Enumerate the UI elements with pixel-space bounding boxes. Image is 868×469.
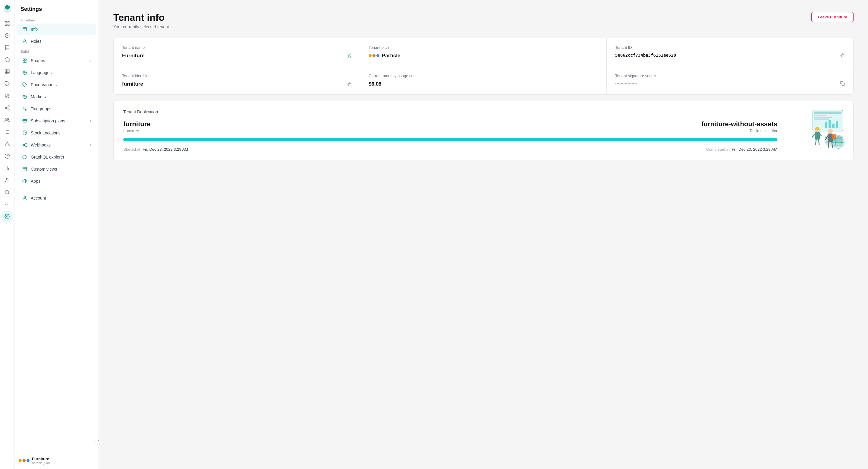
tenant-identifier-value: furniture	[122, 81, 143, 87]
duplication-source-label: Furniture	[123, 129, 150, 133]
nav-item-stock-locations[interactable]: Stock Locations	[17, 127, 96, 139]
nav-icon-analytics[interactable]	[2, 30, 13, 41]
nav-item-languages-label: Languages	[31, 70, 91, 75]
copy-secret-icon[interactable]	[840, 81, 845, 86]
nav-item-languages[interactable]: Languages	[17, 67, 96, 79]
svg-line-33	[8, 193, 9, 194]
nav-item-graphql[interactable]: GraphQL explorer	[17, 151, 96, 163]
nav-icon-settings[interactable]	[2, 211, 13, 222]
nav-icon-dashboard[interactable]	[2, 18, 13, 29]
svg-rect-1	[7, 22, 9, 23]
main-content: Tenant info Your currently selected tena…	[99, 0, 868, 469]
collapse-sidebar-button[interactable]: ‹	[94, 436, 99, 445]
svg-point-49	[25, 110, 26, 110]
nav-item-stock-locations-label: Stock Locations	[31, 130, 91, 135]
nav-icon-search[interactable]	[2, 187, 13, 198]
svg-rect-61	[814, 115, 827, 116]
svg-point-16	[5, 107, 7, 109]
app-logo[interactable]	[2, 4, 13, 14]
nav-item-tax-groups[interactable]: Tax groups	[17, 103, 96, 115]
nav-item-info-label: Info	[31, 27, 91, 32]
svg-point-77	[828, 129, 833, 133]
shapes-arrow: ›	[90, 59, 91, 63]
leave-furniture-button[interactable]: Leave Furniture	[811, 12, 854, 22]
copy-identifier-icon[interactable]	[347, 82, 351, 87]
sidebar-footer: Furniture particle plan	[14, 452, 98, 469]
info-icon	[22, 26, 28, 32]
nav-icon-chart[interactable]	[2, 163, 13, 174]
duplication-title: Tenant Duplication	[123, 110, 844, 114]
tenant-id-card: Tenant ID 5e662ccf734ba3f6151ee528	[607, 38, 853, 66]
nav-icon-az[interactable]: Az	[2, 199, 13, 210]
tenant-usage-value-row: $6.08	[369, 81, 598, 87]
nav-item-webhooks-label: Webhooks	[31, 143, 87, 147]
nav-icon-tag[interactable]	[2, 79, 13, 89]
svg-point-15	[8, 106, 9, 107]
nav-item-markets-label: Markets	[31, 94, 91, 99]
nav-item-webhooks[interactable]: Webhooks ›	[17, 139, 96, 151]
svg-rect-66	[832, 124, 835, 128]
nav-icon-people[interactable]	[2, 115, 13, 125]
started-label: Started at	[123, 147, 140, 152]
nav-item-account-label: Account	[31, 196, 91, 200]
nav-item-apps[interactable]: Apps	[17, 176, 96, 187]
nav-icon-catalog[interactable]	[2, 42, 13, 53]
nav-icon-triangle[interactable]	[2, 139, 13, 150]
nav-icon-pie[interactable]	[2, 151, 13, 162]
subscription-plans-arrow: ›	[90, 119, 91, 123]
tenant-secret-label: Tenant signature secret	[615, 73, 845, 78]
footer-avatar	[19, 456, 29, 465]
svg-point-31	[6, 178, 8, 180]
nav-item-account[interactable]: Account	[17, 192, 96, 204]
nav-item-subscription-plans[interactable]: Subscription plans ›	[17, 115, 96, 127]
svg-rect-72	[815, 132, 820, 139]
svg-rect-40	[23, 59, 24, 60]
tenant-name-label: Tenant name	[122, 45, 351, 50]
webhooks-icon	[22, 142, 28, 148]
duplication-card: Tenant Duplication furniture Furniture f…	[113, 101, 854, 160]
duplication-source: furniture Furniture	[123, 120, 150, 133]
copy-tenant-id-icon[interactable]	[840, 53, 844, 58]
nav-item-price-variants[interactable]: Price Variants	[17, 79, 96, 90]
roles-arrow: ›	[90, 39, 91, 43]
tenant-name-value: Furniture	[122, 53, 145, 59]
duplication-target: furniture-without-assets Desired Identif…	[701, 120, 777, 133]
nav-item-custom-views[interactable]: Custom views	[17, 163, 96, 175]
custom-views-icon	[22, 166, 28, 172]
nav-item-shapes[interactable]: Shapes ›	[17, 55, 96, 66]
nav-icon-user[interactable]	[2, 175, 13, 186]
nav-item-info[interactable]: Info	[17, 24, 96, 35]
nav-icon-target[interactable]	[2, 90, 13, 101]
svg-line-47	[23, 107, 26, 110]
tenant-identifier-card: Tenant identifier furniture	[114, 66, 360, 94]
nav-item-graphql-label: GraphQL explorer	[31, 155, 91, 159]
tenant-id-label: Tenant ID	[615, 45, 844, 50]
nav-item-roles[interactable]: Roles ›	[17, 36, 96, 47]
tenant-info-cards: Tenant name Furniture Tenant plan Partic…	[113, 38, 854, 95]
tenant-usage-label: Current monthly usage cost	[369, 73, 598, 78]
price-variants-icon	[22, 82, 28, 88]
nav-item-custom-views-label: Custom views	[31, 167, 91, 171]
nav-item-markets[interactable]: Markets	[17, 91, 96, 102]
tenant-usage-card: Current monthly usage cost $6.08	[360, 66, 607, 94]
nav-icon-grid[interactable]	[2, 66, 13, 77]
nav-item-price-variants-label: Price Variants	[31, 82, 91, 87]
footer-name: Furniture	[32, 457, 50, 461]
edit-tenant-name-icon[interactable]	[347, 53, 351, 58]
svg-line-76	[818, 139, 819, 145]
svg-rect-0	[5, 22, 7, 23]
duplication-started: Started at Fri, Dec 23, 2022 3:29 AM	[123, 147, 188, 152]
page-header-text: Tenant info Your currently selected tena…	[113, 12, 169, 29]
svg-rect-50	[23, 119, 27, 122]
nav-icon-products[interactable]	[2, 54, 13, 65]
svg-point-55	[24, 196, 25, 198]
completed-label: Completed at	[706, 147, 730, 152]
page-subtitle: Your currently selected tenant	[113, 24, 169, 29]
nav-icon-list[interactable]	[2, 127, 13, 137]
nav-icon-share[interactable]	[2, 102, 13, 113]
duplication-names: furniture Furniture furniture-without-as…	[123, 120, 844, 133]
duplication-dates: Started at Fri, Dec 23, 2022 3:29 AM Com…	[123, 147, 777, 152]
tenant-name-card: Tenant name Furniture	[114, 38, 360, 66]
tenant-secret-card: Tenant signature secret ••••••••••••••••	[607, 66, 853, 94]
nav-item-apps-label: Apps	[31, 179, 91, 184]
